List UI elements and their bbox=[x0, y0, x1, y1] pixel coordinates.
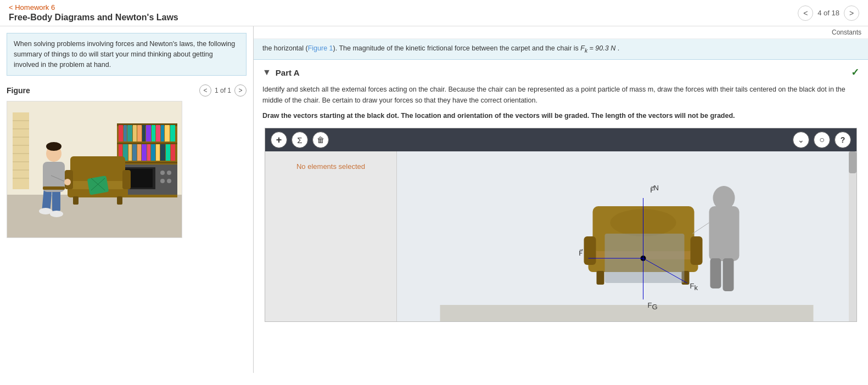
svg-rect-27 bbox=[156, 144, 160, 161]
right-content[interactable]: Constants the horizontal (Figure 1). The… bbox=[254, 26, 868, 373]
svg-rect-69 bbox=[440, 305, 814, 321]
svg-rect-82 bbox=[723, 258, 734, 291]
page-indicator: 4 of 18 bbox=[817, 9, 839, 17]
svg-rect-30 bbox=[171, 144, 175, 161]
svg-rect-81 bbox=[710, 258, 721, 288]
svg-rect-7 bbox=[119, 125, 123, 141]
help-button[interactable]: ? bbox=[835, 132, 851, 148]
svg-point-79 bbox=[713, 186, 735, 210]
svg-rect-75 bbox=[597, 271, 604, 285]
svg-rect-9 bbox=[127, 125, 132, 141]
toolbar-right: ⌄ ○ ? bbox=[793, 132, 851, 148]
svg-rect-22 bbox=[132, 144, 137, 161]
svg-rect-51 bbox=[122, 170, 131, 189]
figure-prev-button[interactable]: < bbox=[199, 84, 211, 97]
figure-nav: < 1 of 1 > bbox=[199, 84, 247, 97]
svg-rect-62 bbox=[43, 186, 65, 190]
svg-rect-14 bbox=[152, 125, 155, 141]
no-elements-text: No elements selected bbox=[296, 162, 365, 171]
constants-link[interactable]: Constants bbox=[832, 29, 861, 36]
canvas-container: + Σ 🗑 ⌄ ○ ? No elements selected bbox=[265, 128, 857, 322]
canvas-drawing-area[interactable]: F⃗N FG F⃗ Fk bbox=[397, 151, 856, 321]
svg-rect-15 bbox=[156, 125, 160, 141]
dropdown-button[interactable]: ⌄ bbox=[793, 132, 809, 148]
svg-rect-28 bbox=[160, 144, 165, 161]
next-page-button[interactable]: > bbox=[844, 5, 859, 21]
svg-rect-21 bbox=[128, 144, 132, 161]
back-link[interactable]: < Homework 6 bbox=[9, 3, 178, 12]
canvas-toolbar: + Σ 🗑 ⌄ ○ ? bbox=[265, 128, 856, 151]
svg-rect-52 bbox=[73, 196, 79, 205]
figure-image bbox=[7, 101, 182, 238]
header-left: < Homework 6 Free-Body Diagrams and Newt… bbox=[9, 3, 178, 22]
svg-rect-74 bbox=[691, 236, 703, 265]
nav-controls: < 4 of 18 > bbox=[798, 5, 859, 21]
figure-svg bbox=[7, 101, 182, 238]
svg-rect-38 bbox=[13, 112, 29, 189]
part-check-icon: ✓ bbox=[851, 66, 859, 78]
svg-point-60 bbox=[50, 211, 63, 217]
svg-rect-17 bbox=[165, 125, 170, 141]
svg-rect-24 bbox=[142, 144, 147, 161]
svg-rect-12 bbox=[142, 125, 145, 141]
svg-rect-2 bbox=[7, 195, 182, 238]
main-layout: When solving problems involving forces a… bbox=[0, 26, 868, 373]
svg-text:F⃗: F⃗ bbox=[579, 249, 583, 257]
svg-rect-29 bbox=[166, 144, 170, 161]
fk-formula: Fk = 90.3 N bbox=[580, 44, 615, 52]
scroll-thumb[interactable] bbox=[849, 151, 856, 173]
part-section: ▼ Part A ✓ Identify and sketch all the e… bbox=[254, 60, 868, 329]
top-header: < Homework 6 Free-Body Diagrams and Newt… bbox=[0, 0, 868, 26]
svg-rect-54 bbox=[87, 175, 109, 195]
svg-point-34 bbox=[160, 171, 165, 175]
figure-label: Figure bbox=[7, 86, 30, 95]
figure-counter: 1 of 1 bbox=[215, 87, 231, 94]
svg-rect-16 bbox=[161, 125, 164, 141]
toolbar-left: + Σ 🗑 bbox=[271, 132, 329, 148]
part-toggle[interactable]: ▼ Part A bbox=[262, 67, 299, 77]
scroll-indicator[interactable] bbox=[849, 151, 856, 321]
svg-rect-8 bbox=[124, 125, 127, 141]
part-label: Part A bbox=[276, 68, 300, 77]
svg-rect-18 bbox=[170, 125, 175, 141]
svg-rect-73 bbox=[584, 236, 596, 265]
circle-button[interactable]: ○ bbox=[814, 132, 830, 148]
svg-rect-78 bbox=[709, 206, 740, 261]
svg-point-67 bbox=[64, 179, 71, 185]
svg-rect-5 bbox=[117, 143, 177, 144]
part-instructions: Identify and sketch all the external for… bbox=[262, 84, 859, 106]
constants-bar: Constants bbox=[254, 26, 868, 39]
part-arrow-icon: ▼ bbox=[262, 67, 271, 77]
hint-text: When solving problems involving forces a… bbox=[14, 40, 235, 69]
svg-rect-23 bbox=[137, 144, 141, 161]
part-header: ▼ Part A ✓ bbox=[262, 66, 859, 78]
svg-rect-13 bbox=[146, 125, 151, 141]
svg-rect-25 bbox=[147, 144, 150, 161]
svg-rect-26 bbox=[151, 144, 155, 161]
svg-rect-10 bbox=[133, 125, 137, 141]
problem-text-box: the horizontal (Figure 1). The magnitude… bbox=[254, 39, 868, 60]
hint-box: When solving problems involving forces a… bbox=[7, 33, 247, 76]
left-sidebar: When solving problems involving forces a… bbox=[0, 26, 254, 373]
svg-rect-53 bbox=[117, 196, 122, 205]
sigma-button[interactable]: Σ bbox=[292, 132, 308, 148]
svg-point-35 bbox=[160, 179, 165, 183]
add-vector-button[interactable]: + bbox=[271, 132, 287, 148]
canvas-left-panel: No elements selected bbox=[265, 151, 397, 321]
svg-rect-11 bbox=[137, 125, 142, 141]
problem-text: the horizontal (Figure 1). The magnitude… bbox=[262, 44, 619, 52]
delete-button[interactable]: 🗑 bbox=[312, 132, 329, 148]
figure-section: Figure < 1 of 1 > bbox=[7, 84, 247, 238]
canvas-area[interactable]: No elements selected bbox=[265, 151, 856, 321]
svg-point-36 bbox=[167, 171, 171, 175]
force-diagram-svg: F⃗N FG F⃗ Fk bbox=[397, 151, 856, 321]
svg-point-64 bbox=[46, 142, 61, 151]
svg-point-37 bbox=[167, 179, 171, 183]
svg-rect-6 bbox=[117, 162, 177, 163]
figure-header: Figure < 1 of 1 > bbox=[7, 84, 247, 97]
prev-page-button[interactable]: < bbox=[798, 5, 813, 21]
part-bold-instruction: Draw the vectors starting at the black d… bbox=[262, 110, 859, 121]
page-title: Free-Body Diagrams and Newton's Laws bbox=[9, 13, 178, 22]
figure-next-button[interactable]: > bbox=[234, 84, 247, 97]
